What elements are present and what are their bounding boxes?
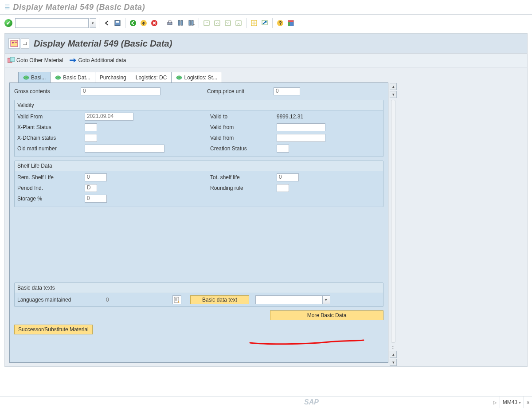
app-header: Display Material 549 (Basic Data) bbox=[5, 34, 527, 54]
tab-leaf-icon bbox=[176, 75, 182, 81]
prev-page-icon[interactable] bbox=[212, 18, 222, 28]
save-icon[interactable] bbox=[113, 18, 122, 28]
period-ind-label: Period Ind. bbox=[17, 185, 85, 191]
svg-rect-15 bbox=[215, 21, 220, 25]
validity-group-title: Validity bbox=[15, 100, 383, 110]
last-page-icon[interactable] bbox=[234, 18, 243, 28]
svg-rect-16 bbox=[225, 21, 231, 25]
valid-from-2-value[interactable] bbox=[277, 123, 325, 131]
tab-logistics-dc[interactable]: Logistics: DC bbox=[131, 72, 172, 82]
svg-text:+: + bbox=[193, 23, 195, 27]
back-icon[interactable] bbox=[102, 18, 112, 28]
storage-pct-label: Storage % bbox=[17, 196, 85, 202]
tcode-indicator[interactable]: MM43 ▾ bbox=[500, 396, 524, 408]
cancel-icon[interactable] bbox=[149, 18, 159, 28]
shelf-life-group-title: Shelf Life Data bbox=[15, 161, 383, 171]
scroll-down-2-icon[interactable]: ▾ bbox=[390, 359, 397, 366]
scroll-down-icon[interactable]: ▾ bbox=[390, 91, 397, 98]
exit-icon[interactable] bbox=[139, 18, 149, 28]
goto-other-material-button[interactable]: Goto Other Material bbox=[8, 57, 63, 63]
help-icon[interactable]: ? bbox=[275, 18, 285, 28]
annotation-underline bbox=[249, 339, 364, 345]
more-basic-data-button[interactable]: More Basic Data bbox=[270, 310, 383, 320]
system-toolbar: ✔ ▾ + ? bbox=[0, 15, 532, 31]
svg-rect-26 bbox=[288, 22, 290, 26]
valid-from-3-label: Valid from bbox=[210, 135, 277, 141]
scroll-up-2-icon[interactable]: ▴ bbox=[390, 351, 397, 358]
first-page-icon[interactable] bbox=[202, 18, 211, 28]
command-field-dropdown-icon[interactable]: ▾ bbox=[90, 18, 96, 28]
text-edit-icon[interactable] bbox=[172, 295, 181, 304]
valid-from-label: Valid From bbox=[17, 114, 85, 120]
creation-status-value[interactable] bbox=[277, 145, 289, 153]
basic-data-texts-group: Basic data texts Languages maintained 0 … bbox=[14, 282, 383, 307]
tab-basic-1[interactable]: Basi... bbox=[18, 72, 51, 82]
comp-price-unit-label: Comp.price unit bbox=[207, 88, 274, 94]
shortcut-icon[interactable] bbox=[260, 18, 270, 28]
next-page-icon[interactable] bbox=[223, 18, 233, 28]
new-session-icon[interactable] bbox=[249, 18, 259, 28]
print-icon[interactable] bbox=[165, 18, 175, 28]
svg-point-2 bbox=[130, 20, 136, 26]
find-icon[interactable] bbox=[176, 18, 185, 28]
enter-icon[interactable]: ✔ bbox=[4, 19, 12, 27]
comp-price-unit-value[interactable]: 0 bbox=[274, 87, 300, 95]
app-icon[interactable] bbox=[8, 38, 20, 49]
goto-additional-data-button[interactable]: Goto Additional data bbox=[69, 57, 126, 63]
tot-shelf-life-value[interactable]: 0 bbox=[277, 173, 299, 181]
dropdown-value[interactable] bbox=[255, 295, 323, 304]
svg-rect-11 bbox=[189, 20, 191, 25]
successor-substitute-button[interactable]: Successor/Substitute Material bbox=[14, 325, 93, 334]
tab-purchasing[interactable]: Purchasing bbox=[95, 72, 131, 82]
xdchain-status-value[interactable] bbox=[85, 134, 97, 142]
back-green-icon[interactable] bbox=[128, 18, 138, 28]
app-title: Display Material 549 (Basic Data) bbox=[34, 39, 172, 49]
tab-leaf-icon bbox=[55, 75, 61, 81]
find-next-icon[interactable]: + bbox=[186, 18, 196, 28]
svg-rect-10 bbox=[181, 20, 183, 25]
gross-contents-value[interactable]: 0 bbox=[81, 87, 160, 95]
scroll-grip-icon[interactable]: :: bbox=[392, 345, 394, 349]
system-menu-icon[interactable]: ☰ bbox=[4, 4, 11, 11]
scroll-up-icon[interactable]: ▴ bbox=[390, 83, 397, 90]
tab-label: Logistics: St... bbox=[184, 75, 217, 81]
valid-from-value[interactable]: 2021.09.04 bbox=[85, 113, 133, 121]
basic-data-texts-title: Basic data texts bbox=[15, 283, 383, 293]
valid-from-3-value[interactable] bbox=[277, 134, 325, 142]
command-field[interactable] bbox=[15, 18, 89, 28]
tcode-value: MM43 bbox=[503, 399, 517, 405]
content-scrollbar[interactable]: ▴ ▾ :: ▴ ▾ bbox=[389, 82, 397, 366]
status-bar: SAP ▷ MM43 ▾ s bbox=[0, 396, 532, 408]
tab-logistics-st[interactable]: Logistics: St... bbox=[171, 72, 222, 82]
xplant-status-label: X-Plant Status bbox=[17, 124, 85, 130]
app-dropdown-icon[interactable] bbox=[21, 38, 29, 49]
app-sub-toolbar: Goto Other Material Goto Additional data bbox=[5, 54, 527, 67]
svg-rect-9 bbox=[178, 20, 180, 25]
svg-rect-27 bbox=[290, 22, 293, 26]
svg-rect-8 bbox=[168, 21, 171, 23]
status-expand-icon[interactable]: ▷ bbox=[493, 400, 497, 405]
tab-label: Purchasing bbox=[100, 75, 126, 81]
svg-text:?: ? bbox=[279, 20, 282, 26]
basic-data-text-button[interactable]: Basic data text bbox=[190, 295, 249, 304]
rounding-rule-label: Rounding rule bbox=[210, 185, 277, 191]
tab-label: Logistics: DC bbox=[136, 75, 167, 81]
separator bbox=[199, 18, 199, 28]
chevron-down-icon[interactable]: ▾ bbox=[323, 295, 330, 304]
rem-shelf-life-value[interactable]: 0 bbox=[85, 173, 107, 181]
period-ind-value[interactable]: D bbox=[85, 184, 97, 192]
shelf-life-group: Shelf Life Data Rem. Shelf Life 0 Tot. s… bbox=[14, 161, 383, 207]
svg-rect-25 bbox=[288, 20, 293, 22]
storage-pct-value[interactable]: 0 bbox=[85, 195, 107, 203]
layout-icon[interactable] bbox=[286, 18, 296, 28]
tab-basic-2[interactable]: Basic Dat... bbox=[50, 72, 95, 82]
rounding-rule-value[interactable] bbox=[277, 184, 289, 192]
xplant-status-value[interactable] bbox=[85, 123, 97, 131]
scroll-track[interactable] bbox=[391, 100, 395, 343]
chevron-down-icon[interactable]: ▾ bbox=[519, 400, 521, 405]
tab-label: Basic Dat... bbox=[63, 75, 90, 81]
old-matl-number-value[interactable] bbox=[85, 145, 164, 153]
basic-data-text-dropdown[interactable]: ▾ bbox=[255, 295, 330, 304]
validity-group: Validity Valid From 2021.09.04 Valid to … bbox=[14, 100, 383, 157]
svg-rect-30 bbox=[15, 42, 17, 43]
